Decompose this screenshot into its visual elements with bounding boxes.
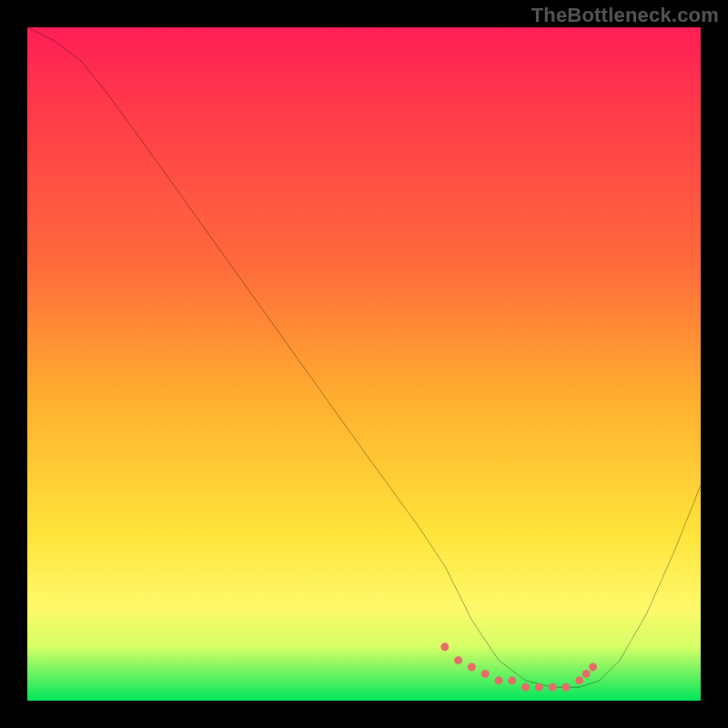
highlight-dot xyxy=(582,670,591,678)
chart-frame: TheBottleneck.com xyxy=(0,0,728,728)
curve-layer xyxy=(27,27,701,701)
highlight-dot xyxy=(535,683,543,692)
plot-area xyxy=(27,27,701,701)
highlight-dot xyxy=(481,670,490,678)
highlight-dot xyxy=(521,683,530,692)
bottleneck-curve xyxy=(27,27,701,687)
highlight-dot xyxy=(495,676,503,684)
highlight-dot xyxy=(468,663,476,672)
highlight-dot xyxy=(440,642,449,651)
highlight-dot xyxy=(575,676,583,684)
highlight-dot xyxy=(454,656,462,664)
highlight-dot xyxy=(562,683,571,692)
highlight-dot xyxy=(508,676,516,684)
highlight-dot xyxy=(589,663,597,672)
highlight-dot xyxy=(549,683,557,692)
watermark-text: TheBottleneck.com xyxy=(531,4,719,27)
